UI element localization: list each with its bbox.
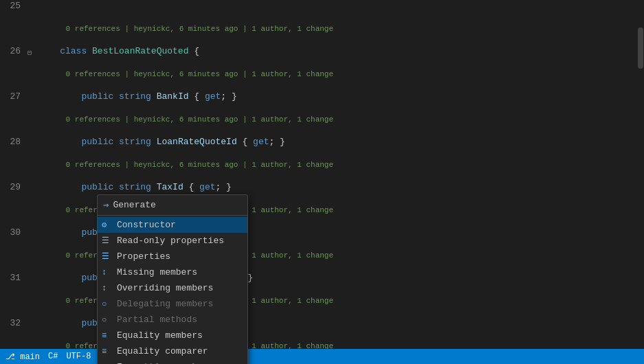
menu-item-readonly-properties[interactable]: ☰ Read-only properties (98, 233, 247, 249)
line-num-27: 27 (0, 91, 26, 103)
menu-header-label: Generate (113, 200, 155, 210)
line-content-26: class BestLoanRateQuoted { (37, 45, 644, 58)
line-content-29: public string TaxId { get; } (37, 181, 644, 194)
editor-container: 25 0 references | heynickc, 6 minutes ag… (0, 0, 644, 364)
generate-arrow-icon: ⇒ (103, 199, 109, 211)
menu-item-properties-label: Properties (117, 251, 170, 262)
menu-item-equality-label: Equality members (117, 330, 203, 341)
hint-27: 0 references | heynickc, 6 minutes ago |… (0, 103, 644, 136)
menu-item-partial-label: Partial methods (117, 315, 197, 325)
code-line-27: 27 public string BankId { get; } (0, 91, 644, 103)
hint-26: 0 references | heynickc, 6 minutes ago |… (0, 58, 644, 91)
collapse-icon-26[interactable]: ⊟ (27, 47, 32, 60)
scrollbar-thumb[interactable] (638, 27, 643, 69)
equality-comparer-icon: ≡ (102, 347, 107, 356)
menu-item-formatting-members[interactable]: ○ Formatting members (98, 359, 247, 364)
menu-item-constructor-label: Constructor (117, 220, 176, 230)
equality-icon: ≡ (102, 331, 107, 341)
line-num-26: 26 (0, 45, 26, 58)
menu-item-properties[interactable]: ☰ Properties (98, 249, 247, 264)
hint-28: 0 references | heynickc, 6 minutes ago |… (0, 148, 644, 181)
menu-item-equality-comparer-label: Equality comparer (117, 346, 208, 356)
menu-item-missing-members[interactable]: ↕ Missing members (98, 264, 247, 280)
properties-icon: ☰ (102, 251, 109, 262)
line-num-29: 29 (0, 181, 26, 194)
menu-item-equality-members[interactable]: ≡ Equality members (98, 328, 247, 343)
menu-item-missing-label: Missing members (117, 267, 197, 277)
code-line-29: 29 public string TaxId { get; } (0, 181, 644, 194)
constructor-icon: ⚙ (102, 220, 107, 230)
context-menu: ⇒ Generate ⚙ Constructor ☰ Read-only pro… (97, 194, 248, 364)
scrollbar-vertical[interactable] (637, 0, 644, 349)
hint-25: 0 references | heynickc, 6 minutes ago |… (0, 12, 644, 45)
overriding-icon: ↕ (102, 284, 107, 293)
code-line-26: 26 ⊟ class BestLoanRateQuoted { (0, 45, 644, 58)
line-num-32: 32 (0, 317, 26, 330)
menu-header-generate: ⇒ Generate (98, 196, 247, 214)
menu-item-readonly-label: Read-only properties (117, 236, 224, 246)
missing-icon: ↕ (102, 268, 107, 277)
code-line-28: 28 public string LoanRateQuoteId { get; … (0, 136, 644, 148)
menu-item-partial-methods: ○ Partial methods (98, 312, 247, 328)
line-content-28: public string LoanRateQuoteId { get; } (37, 136, 644, 148)
status-encoding: UTF-8 (66, 352, 91, 361)
line-num-31: 31 (0, 272, 26, 284)
menu-item-equality-comparer[interactable]: ≡ Equality comparer (98, 343, 247, 359)
partial-icon: ○ (102, 315, 107, 325)
menu-separator-top (98, 215, 247, 216)
menu-item-delegating-label: Delegating members (117, 299, 213, 309)
delegating-icon: ○ (102, 299, 107, 309)
line-num-25: 25 (0, 0, 26, 12)
menu-item-overriding-label: Overriding members (117, 283, 213, 293)
code-line-25: 25 (0, 0, 644, 12)
line-num-30: 30 (0, 227, 26, 239)
menu-item-delegating-members: ○ Delegating members (98, 296, 247, 312)
line-num-28: 28 (0, 136, 26, 148)
readonly-icon: ☰ (102, 236, 109, 246)
status-branch: ⎇ main (5, 352, 40, 362)
menu-item-overriding-members[interactable]: ↕ Overriding members (98, 280, 247, 296)
line-content-27: public string BankId { get; } (37, 91, 644, 103)
status-language: C# (48, 352, 58, 361)
menu-item-constructor[interactable]: ⚙ Constructor (98, 217, 247, 233)
